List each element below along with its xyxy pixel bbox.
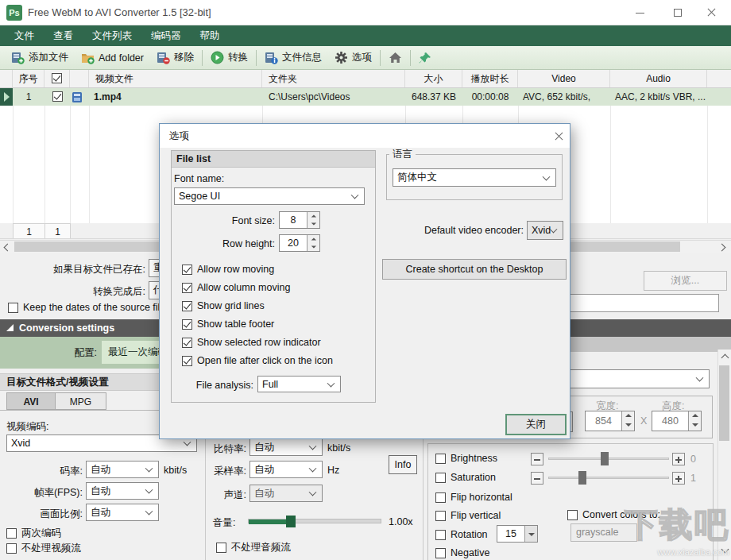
convert-colors-select[interactable]: grayscale (570, 523, 637, 542)
brightness-row[interactable]: Brightness (435, 453, 497, 464)
volume-slider[interactable] (248, 515, 381, 527)
flip-horizontal-checkbox[interactable] (435, 492, 446, 503)
keep-dates-checkbox[interactable] (8, 303, 18, 313)
fps-select[interactable]: 自动 (86, 482, 159, 500)
rotation-dropdown[interactable] (524, 526, 537, 542)
channels-select[interactable]: 自动 (249, 485, 323, 502)
video-bitrate-select[interactable]: 自动 (86, 461, 159, 478)
brightness-checkbox[interactable] (435, 454, 446, 464)
negative-checkbox[interactable] (435, 548, 446, 558)
allow-column-moving-row[interactable]: Allow column moving (182, 282, 290, 293)
spin-up-icon[interactable] (309, 213, 319, 219)
remove-button[interactable]: 移除 (150, 46, 200, 70)
dialog-close-button[interactable]: 关闭 (505, 414, 567, 435)
scroll-down-icon[interactable] (721, 546, 729, 554)
font-name-select[interactable]: Segoe UI (174, 187, 365, 205)
close-button[interactable] (695, 0, 727, 25)
scroll-right-icon[interactable] (718, 244, 726, 252)
show-grid-lines-row[interactable]: Show grid lines (182, 300, 265, 311)
no-audio-stream-checkbox[interactable] (216, 543, 226, 553)
menu-file-list[interactable]: 文件列表 (83, 25, 141, 46)
dialog-close-icon[interactable] (543, 124, 570, 148)
open-file-after-click-checkbox[interactable] (182, 356, 192, 366)
menu-help[interactable]: 帮助 (191, 25, 230, 46)
info-button[interactable]: Info (389, 455, 417, 474)
spin-down-icon[interactable] (622, 421, 634, 431)
brightness-minus-button[interactable] (531, 453, 543, 465)
tab-mpg[interactable]: MPG (56, 392, 106, 410)
brightness-plus-button[interactable] (672, 453, 685, 465)
tab-avi[interactable]: AVI (6, 392, 56, 410)
open-file-after-click-row[interactable]: Open file after click on the icon (182, 355, 333, 366)
table-row[interactable]: 1 1.mp4 C:\Users\pc\Videos 648.37 KB 00:… (0, 88, 731, 106)
brightness-thumb[interactable] (601, 452, 609, 465)
default-encoder-select[interactable]: Xvid (527, 221, 563, 240)
font-size-spinner[interactable]: 8 (279, 211, 320, 229)
header-folder[interactable]: 文件夹 (262, 70, 405, 87)
negative-row[interactable]: Negative (435, 547, 489, 558)
header-duration[interactable]: 播放时长 (462, 70, 518, 87)
flip-vertical-row[interactable]: Flip vertical (435, 510, 501, 521)
select-all-checkbox[interactable] (52, 73, 62, 83)
aspect-select[interactable]: 自动 (86, 504, 159, 521)
row-height-spinner[interactable]: 20 (279, 234, 320, 252)
language-select[interactable]: 简体中文 (393, 168, 556, 187)
volume-thumb[interactable] (286, 516, 296, 527)
convert-colors-checkbox[interactable] (567, 510, 578, 520)
show-selected-row-indicator-checkbox[interactable] (182, 338, 192, 348)
vertical-scrollbar-thumb[interactable] (719, 365, 729, 441)
keep-dates-checkbox-row[interactable]: Keep the dates of the source files (8, 302, 171, 313)
scroll-up-icon[interactable] (721, 354, 729, 362)
spin-down-icon[interactable] (689, 421, 701, 431)
no-video-stream-row[interactable]: 不处理视频流 (6, 542, 81, 555)
sample-rate-select[interactable]: 自动 (249, 461, 323, 478)
add-file-button[interactable]: 添加文件 (5, 46, 75, 70)
brightness-slider[interactable] (548, 458, 669, 460)
add-folder-button[interactable]: Add folder (75, 46, 150, 70)
create-shortcut-button[interactable]: Create shortcut on the Desktop (382, 259, 567, 280)
minimize-button[interactable] (625, 0, 656, 25)
audio-bitrate-select[interactable]: 自动 (249, 438, 323, 456)
show-table-footer-checkbox[interactable] (182, 319, 192, 330)
spin-down-icon[interactable] (309, 244, 319, 250)
home-button[interactable] (382, 46, 408, 70)
menu-encoder[interactable]: 编码器 (141, 25, 191, 46)
row-checkbox[interactable] (52, 91, 63, 102)
maximize-button[interactable] (662, 0, 694, 25)
flip-horizontal-row[interactable]: Flip horizontal (435, 492, 512, 503)
spin-down-icon[interactable] (309, 221, 319, 227)
allow-column-moving-checkbox[interactable] (182, 283, 192, 293)
file-analysis-select[interactable]: Full (257, 376, 341, 392)
menu-view[interactable]: 查看 (44, 25, 83, 46)
convert-button[interactable]: 转换 (204, 46, 254, 70)
convert-colors-row[interactable]: Convert colors to: (567, 509, 660, 520)
saturation-thumb[interactable] (578, 471, 586, 485)
saturation-slider[interactable] (548, 477, 669, 479)
show-selected-row-indicator-row[interactable]: Show selected row indicator (182, 337, 321, 348)
allow-row-moving-row[interactable]: Allow row moving (182, 264, 274, 275)
allow-row-moving-checkbox[interactable] (182, 265, 192, 275)
row-check-cell[interactable] (44, 88, 70, 106)
header-audio[interactable]: Audio (610, 70, 707, 87)
saturation-plus-button[interactable] (672, 472, 685, 485)
pin-button[interactable] (412, 46, 439, 70)
show-grid-lines-checkbox[interactable] (182, 301, 192, 311)
scroll-left-icon[interactable] (4, 244, 12, 252)
header-index[interactable]: 序号 (13, 70, 44, 87)
two-pass-checkbox[interactable] (6, 528, 17, 539)
browse-button[interactable]: 浏览... (644, 271, 727, 291)
header-video[interactable]: Video (518, 70, 610, 87)
menu-file[interactable]: 文件 (5, 25, 44, 46)
two-pass-row[interactable]: 两次编码 (6, 527, 61, 540)
saturation-minus-button[interactable] (531, 472, 543, 485)
no-audio-stream-row[interactable]: 不处理音频流 (216, 541, 291, 554)
header-size[interactable]: 大小 (405, 70, 462, 87)
spin-up-icon[interactable] (689, 411, 701, 421)
height-spinner[interactable]: 480 (652, 411, 702, 431)
options-button[interactable]: 选项 (328, 46, 378, 70)
rotation-select[interactable]: 15 (497, 525, 538, 543)
spin-up-icon[interactable] (309, 236, 319, 242)
row-file-icon-cell[interactable] (72, 88, 89, 106)
rotation-checkbox[interactable] (435, 530, 446, 540)
no-video-stream-checkbox[interactable] (6, 543, 17, 554)
